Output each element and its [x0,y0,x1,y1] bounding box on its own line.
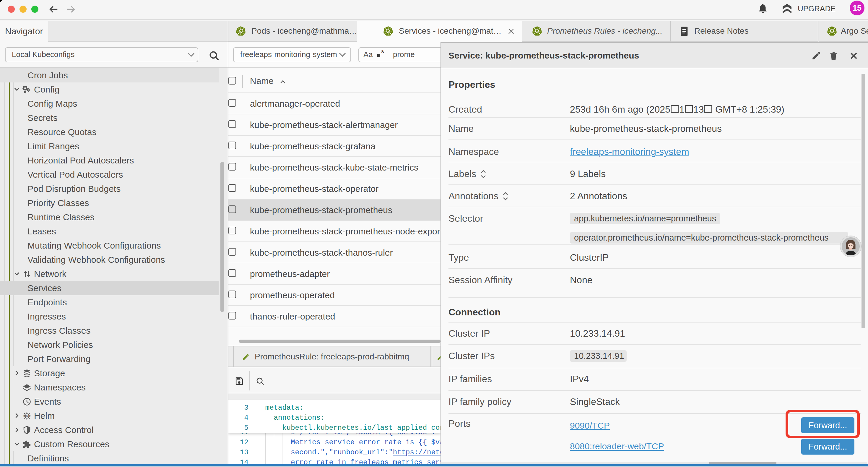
svg-text:HELM: HELM [24,415,30,417]
